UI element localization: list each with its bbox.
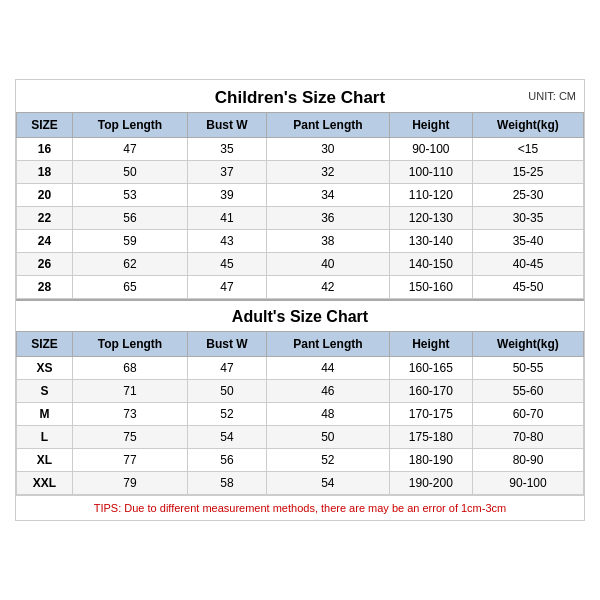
data-cell: <15 (472, 138, 583, 161)
size-chart-container: Children's Size Chart UNIT: CM SIZE Top … (15, 79, 585, 521)
col-header-height: Height (389, 113, 472, 138)
size-cell: XS (17, 357, 73, 380)
children-chart-title: Children's Size Chart UNIT: CM (16, 80, 584, 112)
adult-header-row: SIZE Top Length Bust W Pant Length Heigh… (17, 332, 584, 357)
data-cell: 50 (266, 426, 389, 449)
data-cell: 75 (72, 426, 187, 449)
size-cell: M (17, 403, 73, 426)
data-cell: 190-200 (389, 472, 472, 495)
size-cell: 26 (17, 253, 73, 276)
data-cell: 130-140 (389, 230, 472, 253)
col-header-bust-w: Bust W (188, 113, 267, 138)
size-cell: L (17, 426, 73, 449)
data-cell: 71 (72, 380, 187, 403)
adult-size-table: SIZE Top Length Bust W Pant Length Heigh… (16, 331, 584, 495)
data-cell: 30 (266, 138, 389, 161)
table-row: 24594338130-14035-40 (17, 230, 584, 253)
children-title-text: Children's Size Chart (215, 88, 385, 107)
data-cell: 50 (188, 380, 267, 403)
data-cell: 46 (266, 380, 389, 403)
data-cell: 44 (266, 357, 389, 380)
data-cell: 68 (72, 357, 187, 380)
data-cell: 35 (188, 138, 267, 161)
col-header-pant-length: Pant Length (266, 113, 389, 138)
data-cell: 180-190 (389, 449, 472, 472)
data-cell: 25-30 (472, 184, 583, 207)
data-cell: 80-90 (472, 449, 583, 472)
data-cell: 32 (266, 161, 389, 184)
data-cell: 53 (72, 184, 187, 207)
table-row: L755450175-18070-80 (17, 426, 584, 449)
data-cell: 48 (266, 403, 389, 426)
data-cell: 41 (188, 207, 267, 230)
data-cell: 40-45 (472, 253, 583, 276)
col-header-size: SIZE (17, 113, 73, 138)
size-cell: 18 (17, 161, 73, 184)
children-header-row: SIZE Top Length Bust W Pant Length Heigh… (17, 113, 584, 138)
table-row: 20533934110-12025-30 (17, 184, 584, 207)
table-row: M735248170-17560-70 (17, 403, 584, 426)
data-cell: 150-160 (389, 276, 472, 299)
table-row: XXL795854190-20090-100 (17, 472, 584, 495)
data-cell: 77 (72, 449, 187, 472)
tips-text: TIPS: Due to different measurement metho… (16, 495, 584, 520)
data-cell: 50 (72, 161, 187, 184)
data-cell: 79 (72, 472, 187, 495)
data-cell: 40 (266, 253, 389, 276)
data-cell: 37 (188, 161, 267, 184)
children-size-table: SIZE Top Length Bust W Pant Length Heigh… (16, 112, 584, 299)
size-cell: 24 (17, 230, 73, 253)
size-cell: 22 (17, 207, 73, 230)
adult-chart-title: Adult's Size Chart (16, 299, 584, 331)
table-row: S715046160-17055-60 (17, 380, 584, 403)
data-cell: 35-40 (472, 230, 583, 253)
data-cell: 38 (266, 230, 389, 253)
data-cell: 54 (188, 426, 267, 449)
data-cell: 43 (188, 230, 267, 253)
data-cell: 42 (266, 276, 389, 299)
size-cell: 28 (17, 276, 73, 299)
data-cell: 55-60 (472, 380, 583, 403)
data-cell: 100-110 (389, 161, 472, 184)
size-cell: 16 (17, 138, 73, 161)
data-cell: 52 (188, 403, 267, 426)
data-cell: 140-150 (389, 253, 472, 276)
size-cell: XXL (17, 472, 73, 495)
adult-col-header-pant-length: Pant Length (266, 332, 389, 357)
data-cell: 73 (72, 403, 187, 426)
data-cell: 52 (266, 449, 389, 472)
col-header-top-length: Top Length (72, 113, 187, 138)
data-cell: 54 (266, 472, 389, 495)
adult-col-header-top-length: Top Length (72, 332, 187, 357)
data-cell: 160-170 (389, 380, 472, 403)
data-cell: 47 (188, 276, 267, 299)
data-cell: 56 (72, 207, 187, 230)
data-cell: 120-130 (389, 207, 472, 230)
data-cell: 34 (266, 184, 389, 207)
size-cell: S (17, 380, 73, 403)
table-row: XL775652180-19080-90 (17, 449, 584, 472)
data-cell: 60-70 (472, 403, 583, 426)
data-cell: 15-25 (472, 161, 583, 184)
data-cell: 30-35 (472, 207, 583, 230)
data-cell: 160-165 (389, 357, 472, 380)
data-cell: 36 (266, 207, 389, 230)
adult-title-text: Adult's Size Chart (232, 308, 368, 325)
table-row: 18503732100-11015-25 (17, 161, 584, 184)
unit-label: UNIT: CM (528, 90, 576, 102)
data-cell: 47 (72, 138, 187, 161)
data-cell: 47 (188, 357, 267, 380)
data-cell: 110-120 (389, 184, 472, 207)
data-cell: 45-50 (472, 276, 583, 299)
table-row: 26624540140-15040-45 (17, 253, 584, 276)
data-cell: 62 (72, 253, 187, 276)
adult-col-header-bust-w: Bust W (188, 332, 267, 357)
data-cell: 70-80 (472, 426, 583, 449)
table-row: XS684744160-16550-55 (17, 357, 584, 380)
table-row: 22564136120-13030-35 (17, 207, 584, 230)
adult-col-header-height: Height (389, 332, 472, 357)
data-cell: 45 (188, 253, 267, 276)
data-cell: 170-175 (389, 403, 472, 426)
data-cell: 58 (188, 472, 267, 495)
data-cell: 90-100 (472, 472, 583, 495)
